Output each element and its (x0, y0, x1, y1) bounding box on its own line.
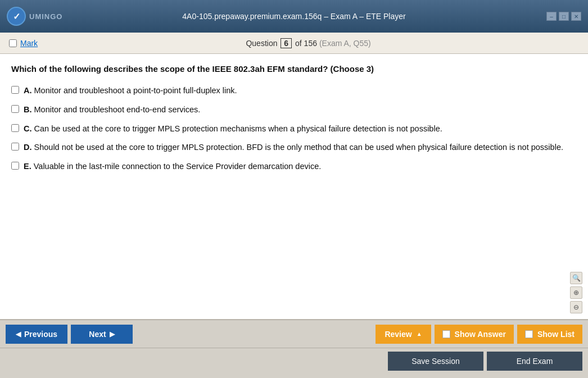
show-answer-button[interactable]: Show Answer (435, 325, 514, 344)
option-b-label: B. Monitor and troubleshoot end-to-end s… (24, 104, 200, 116)
question-total: of 156 (295, 39, 317, 48)
option-a-label: A. Monitor and troubleshoot a point-to-p… (24, 85, 237, 97)
zoom-controls: 🔍 ⊕ ⊖ (570, 272, 582, 313)
previous-button[interactable]: ◀ Previous (6, 325, 67, 344)
review-button[interactable]: Review ▲ (376, 325, 431, 344)
show-list-checkbox-icon (525, 330, 533, 338)
minimize-button[interactable]: – (546, 12, 557, 21)
mark-link[interactable]: Mark (20, 39, 38, 48)
option-e-label: E. Valuable in the last-mile connection … (24, 161, 321, 173)
option-a: A. Monitor and troubleshoot a point-to-p… (11, 85, 577, 97)
question-label: Question (246, 39, 277, 48)
toolbar: Mark Question 6 of 156 (Exam A, Q55) (0, 33, 588, 54)
question-info: Question 6 of 156 (Exam A, Q55) (246, 38, 370, 48)
close-button[interactable]: ✕ (571, 12, 581, 21)
option-e-checkbox[interactable] (11, 162, 19, 170)
prev-arrow-icon: ◀ (16, 330, 21, 338)
next-button[interactable]: Next ▶ (71, 325, 133, 344)
end-exam-button[interactable]: End Exam (487, 352, 582, 371)
option-b: B. Monitor and troubleshoot end-to-end s… (11, 104, 577, 116)
option-a-checkbox[interactable] (11, 86, 19, 94)
save-session-button[interactable]: Save Session (388, 352, 483, 371)
option-e: E. Valuable in the last-mile connection … (11, 161, 577, 173)
zoom-in-icon[interactable]: ⊕ (570, 286, 582, 299)
window-controls: – □ ✕ (546, 12, 581, 21)
show-answer-checkbox-icon (442, 330, 450, 338)
next-arrow-icon: ▶ (110, 330, 115, 338)
maximize-button[interactable]: □ (559, 12, 569, 21)
search-icon[interactable]: 🔍 (570, 272, 582, 284)
mark-container: Mark (9, 39, 38, 48)
window-title: 4A0-105.prepaway.premium.exam.156q – Exa… (182, 12, 405, 21)
option-c-label: C. Can be used at the core to trigger MP… (24, 123, 442, 135)
option-d-checkbox[interactable] (11, 143, 19, 151)
bottom-nav: ◀ Previous Next ▶ Review ▲ Show Answer S… (0, 320, 588, 348)
question-detail: (Exam A, Q55) (319, 39, 371, 48)
logo: ✓ UMINGO (7, 7, 62, 26)
option-b-checkbox[interactable] (11, 105, 19, 113)
logo-icon: ✓ (7, 7, 26, 26)
question-number: 6 (281, 38, 292, 48)
review-arrow-icon: ▲ (417, 331, 422, 337)
option-c-checkbox[interactable] (11, 124, 19, 132)
title-bar: ✓ UMINGO 4A0-105.prepaway.premium.exam.1… (0, 0, 588, 33)
option-c: C. Can be used at the core to trigger MP… (11, 123, 577, 135)
main-content: Which of the following describes the sco… (0, 54, 588, 320)
question-text: Which of the following describes the sco… (11, 63, 577, 75)
option-d-label: D. Should not be used at the core to tri… (24, 142, 563, 154)
mark-checkbox[interactable] (9, 39, 17, 47)
bottom-action-bar: Save Session End Exam (0, 348, 588, 374)
option-d: D. Should not be used at the core to tri… (11, 142, 577, 154)
zoom-out-icon[interactable]: ⊖ (570, 301, 582, 313)
show-list-button[interactable]: Show List (517, 325, 582, 344)
logo-text: UMINGO (29, 12, 62, 21)
